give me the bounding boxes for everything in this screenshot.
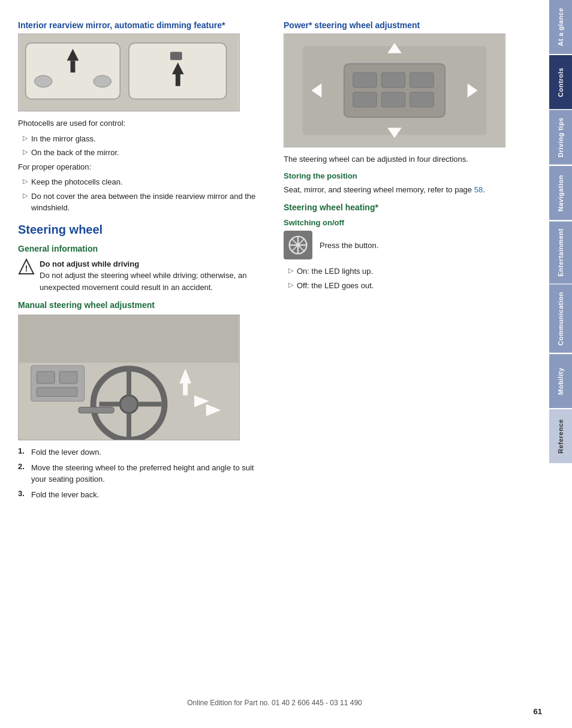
step-2-num: 2.	[18, 462, 28, 471]
svg-rect-28	[37, 388, 77, 397]
power-steering-image	[284, 34, 505, 147]
photocells-intro: Photocells are used for control:	[18, 117, 266, 129]
right-column: Power* steering wheel adjustment	[284, 12, 531, 693]
step-1: 1. Fold the lever down.	[18, 446, 266, 458]
svg-rect-37	[410, 92, 434, 107]
bullet-text-3: Keep the photocells clean.	[31, 176, 123, 188]
bullet-arrow-2: ▷	[23, 148, 28, 156]
bullet-led-off: ▷ Off: the LED goes out.	[284, 280, 531, 292]
heating-button-icon	[284, 231, 312, 259]
steering-wheel-title: Steering wheel	[18, 223, 266, 237]
svg-rect-5	[71, 61, 76, 73]
svg-rect-31	[344, 64, 445, 117]
svg-point-3	[94, 75, 112, 87]
manual-adj-title: Manual steering wheel adjustment	[18, 300, 266, 310]
step-3: 3. Fold the lever back.	[18, 489, 266, 501]
sidebar-tab-communication[interactable]: Communication	[549, 285, 572, 353]
general-info-title: General information	[18, 244, 266, 253]
sidebar-tab-driving-tips[interactable]: Driving tips	[549, 110, 572, 165]
sidebar-tab-entertainment[interactable]: Entertainment	[549, 221, 572, 283]
page-ref-link[interactable]: 58	[474, 185, 483, 194]
bullet-text-h1: On: the LED lights up.	[297, 265, 373, 277]
left-column: Interior rearview mirror, automatic dimm…	[18, 12, 266, 693]
press-button-row: Press the button.	[284, 231, 531, 259]
bullet-keep-clean: ▷ Keep the photocells clean.	[18, 176, 266, 188]
svg-text:!: !	[25, 264, 28, 273]
sidebar: At a glance Controls Driving tips Naviga…	[549, 0, 572, 728]
sidebar-tab-at-a-glance[interactable]: At a glance	[549, 0, 572, 54]
bullet-arrow-h2: ▷	[288, 281, 293, 289]
svg-rect-34	[410, 73, 434, 87]
svg-point-2	[34, 75, 52, 87]
step-1-num: 1.	[18, 446, 28, 455]
heating-title: Steering wheel heating*	[284, 203, 531, 212]
bullet-text-1: In the mirror glass.	[31, 133, 96, 145]
svg-rect-32	[353, 73, 377, 87]
step-3-num: 3.	[18, 489, 28, 498]
storing-position-title: Storing the position	[284, 171, 531, 180]
sidebar-label-3: Navigation	[557, 174, 564, 211]
step-2-text: Move the steering wheel to the preferred…	[31, 462, 266, 485]
page-wrapper: Interior rearview mirror, automatic dimm…	[0, 0, 572, 728]
svg-rect-33	[381, 73, 405, 87]
bullet-text-2: On the back of the mirror.	[31, 147, 119, 159]
mirror-section-title: Interior rearview mirror, automatic dimm…	[18, 20, 266, 30]
bullet-text-h2: Off: the LED goes out.	[297, 280, 374, 292]
svg-rect-22	[183, 383, 188, 395]
step-1-text: Fold the lever down.	[31, 446, 101, 458]
press-button-text: Press the button.	[320, 241, 378, 250]
sidebar-label-2: Driving tips	[557, 117, 564, 158]
sidebar-label-4: Entertainment	[557, 228, 564, 276]
sidebar-tab-navigation[interactable]: Navigation	[549, 166, 572, 220]
bullet-arrow-3: ▷	[23, 177, 28, 185]
step-3-text: Fold the lever back.	[31, 489, 99, 501]
steering-adj-image	[18, 315, 240, 440]
page-footer: Online Edition for Part no. 01 40 2 606 …	[18, 693, 531, 710]
svg-rect-26	[37, 371, 55, 383]
warning-content: Do not adjust while driving Do not adjus…	[40, 258, 266, 294]
power-steering-title: Power* steering wheel adjustment	[284, 20, 531, 30]
bullet-arrow-h1: ▷	[288, 267, 293, 274]
svg-rect-27	[59, 371, 77, 383]
bullet-led-on: ▷ On: the LED lights up.	[284, 265, 531, 277]
switching-title: Switching on/off	[284, 218, 531, 227]
sidebar-label-0: At a glance	[557, 8, 564, 46]
bullet-mirror-back: ▷ On the back of the mirror.	[18, 147, 266, 159]
power-steering-desc: The steering wheel can be adjusted in fo…	[284, 153, 531, 165]
sidebar-tab-controls[interactable]: Controls	[549, 55, 572, 109]
two-column-layout: Interior rearview mirror, automatic dimm…	[18, 12, 531, 693]
mirror-image	[18, 34, 240, 111]
bullet-text-4: Do not cover the area between the inside…	[31, 191, 266, 214]
for-proper-text: For proper operation:	[18, 161, 266, 173]
bullet-arrow-1: ▷	[23, 134, 28, 142]
footer-text: Online Edition for Part no. 01 40 2 606 …	[187, 699, 362, 707]
warning-title: Do not adjust while driving	[40, 258, 266, 270]
sidebar-tab-mobility[interactable]: Mobility	[549, 354, 572, 408]
page-number: 61	[534, 707, 542, 716]
storing-period: .	[483, 185, 485, 194]
main-content: Interior rearview mirror, automatic dimm…	[0, 0, 549, 728]
storing-position-text: Seat, mirror, and steering wheel memory,…	[284, 184, 531, 196]
svg-rect-35	[353, 92, 377, 107]
svg-rect-7	[170, 52, 182, 61]
warning-box: ! Do not adjust while driving Do not adj…	[18, 258, 266, 294]
sidebar-label-6: Mobility	[557, 367, 564, 395]
bullet-mirror-glass: ▷ In the mirror glass.	[18, 133, 266, 145]
warning-icon: !	[18, 258, 35, 275]
sidebar-label-1: Controls	[557, 67, 564, 96]
svg-rect-36	[381, 92, 405, 107]
sidebar-label-5: Communication	[557, 292, 564, 346]
svg-point-15	[120, 395, 138, 413]
storing-text-part: Seat, mirror, and steering wheel memory,…	[284, 185, 472, 194]
svg-point-48	[296, 243, 300, 247]
svg-rect-20	[79, 407, 114, 413]
step-2: 2. Move the steering wheel to the prefer…	[18, 462, 266, 485]
warning-text: Do not adjust the steering wheel while d…	[40, 270, 266, 293]
bullet-no-cover: ▷ Do not cover the area between the insi…	[18, 191, 266, 214]
bullet-arrow-4: ▷	[23, 192, 28, 200]
sidebar-tab-reference[interactable]: Reference	[549, 409, 572, 463]
svg-rect-9	[176, 74, 180, 86]
sidebar-label-7: Reference	[557, 419, 564, 454]
